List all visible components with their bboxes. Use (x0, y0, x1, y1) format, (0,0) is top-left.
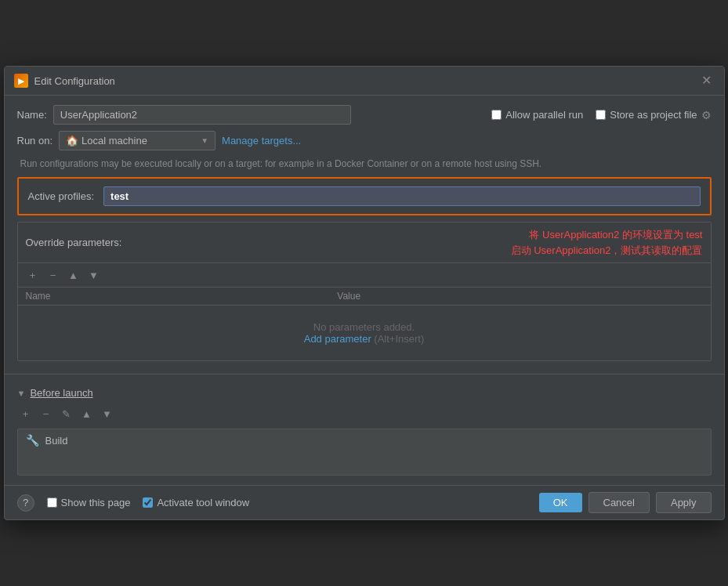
override-toolbar: + − ▲ ▼ (18, 263, 711, 288)
cancel-button[interactable]: Cancel (589, 492, 650, 513)
col-name-header: Name (18, 288, 330, 306)
show-page-label: Show this page (61, 497, 131, 508)
section-header: ▼ Before launch (17, 387, 712, 399)
run-on-dropdown[interactable]: 🏠 Local machine ▼ (59, 131, 216, 150)
show-page-item: Show this page (47, 497, 131, 508)
params-table: Name Value No parameters added. Add para… (18, 288, 711, 360)
col-value-header: Value (329, 288, 710, 306)
override-remove-button[interactable]: − (45, 266, 62, 284)
store-project-checkbox[interactable] (596, 110, 606, 120)
add-param-hint: (Alt+Insert) (374, 333, 424, 345)
profiles-input[interactable] (103, 186, 700, 206)
store-project-label: Store as project file (610, 109, 697, 121)
override-add-button[interactable]: + (24, 266, 42, 284)
no-params-text: No parameters added. (34, 321, 695, 333)
gear-icon[interactable]: ⚙ (701, 109, 712, 121)
activate-window-checkbox[interactable] (143, 497, 153, 508)
dialog-title: Edit Configuration (34, 75, 115, 87)
name-input[interactable] (53, 105, 351, 125)
bottom-right: OK Cancel Apply (539, 492, 712, 513)
activate-window-item: Activate tool window (143, 497, 249, 508)
bottom-row: ? Show this page Activate tool window OK… (5, 485, 724, 519)
before-launch-wrapper: ▼ Before launch + − ✎ ▲ ▼ 🔧 Build (5, 378, 724, 482)
override-header: Override parameters: 将 UserApplication2 … (18, 222, 711, 263)
build-icon: 🔧 (26, 434, 39, 447)
divider (5, 374, 724, 374)
run-on-row: Run on: 🏠 Local machine ▼ Manage targets… (17, 131, 712, 150)
launch-down-button[interactable]: ▼ (99, 405, 116, 422)
title-bar: ▶ Edit Configuration ✕ (5, 67, 724, 96)
manage-targets-link[interactable]: Manage targets... (222, 135, 301, 146)
help-button[interactable]: ? (17, 494, 34, 512)
app-icon: ▶ (14, 74, 28, 88)
allow-parallel-item: Allow parallel run (491, 109, 583, 121)
store-project-item: Store as project file ⚙ (596, 109, 711, 121)
show-page-checkbox[interactable] (47, 497, 57, 508)
launch-remove-button[interactable]: − (38, 405, 55, 422)
bottom-left: ? Show this page Activate tool window (17, 494, 250, 512)
title-bar-left: ▶ Edit Configuration (14, 74, 115, 88)
collapse-arrow-icon[interactable]: ▼ (17, 389, 26, 398)
override-label: Override parameters: (26, 237, 122, 248)
machine-label: Local machine (81, 135, 147, 146)
launch-edit-button[interactable]: ✎ (58, 405, 75, 422)
override-section: Override parameters: 将 UserApplication2 … (17, 222, 712, 361)
annotation-text: 将 UserApplication2 的环境设置为 test 启动 UserAp… (137, 227, 702, 258)
before-launch-section: ▼ Before launch + − ✎ ▲ ▼ 🔧 Build (17, 387, 712, 476)
info-text: Run configurations may be executed local… (20, 157, 712, 171)
allow-parallel-label: Allow parallel run (505, 109, 583, 121)
header-row: Name: Allow parallel run Store as projec… (17, 105, 712, 125)
list-item: 🔧 Build (18, 429, 711, 451)
name-row: Name: (17, 105, 483, 125)
ok-button[interactable]: OK (539, 493, 582, 512)
apply-button[interactable]: Apply (656, 492, 712, 513)
override-down-button[interactable]: ▼ (85, 266, 103, 284)
profiles-section: Active profiles: (17, 177, 712, 215)
dialog-body: Name: Allow parallel run Store as projec… (5, 96, 724, 371)
house-icon: 🏠 (66, 135, 78, 146)
close-button[interactable]: ✕ (698, 73, 715, 89)
name-label: Name: (17, 109, 47, 121)
edit-configuration-dialog: ▶ Edit Configuration ✕ Name: Allow paral… (4, 66, 725, 520)
run-on-label: Run on: (17, 135, 53, 146)
allow-parallel-checkbox[interactable] (491, 110, 502, 120)
profiles-label: Active profiles: (28, 190, 95, 202)
build-label: Build (45, 435, 68, 447)
before-launch-list: 🔧 Build (17, 429, 712, 476)
override-up-button[interactable]: ▲ (65, 266, 82, 284)
before-launch-title: Before launch (30, 387, 92, 399)
activate-window-label: Activate tool window (157, 497, 249, 508)
add-param-link[interactable]: Add parameter (304, 333, 371, 345)
before-launch-toolbar: + − ✎ ▲ ▼ (17, 402, 712, 425)
checkboxes-row: Allow parallel run Store as project file… (491, 109, 711, 121)
launch-add-button[interactable]: + (17, 405, 34, 422)
launch-up-button[interactable]: ▲ (78, 405, 96, 422)
dropdown-arrow-icon: ▼ (201, 136, 208, 145)
empty-state-row: No parameters added. Add parameter (Alt+… (18, 306, 711, 361)
